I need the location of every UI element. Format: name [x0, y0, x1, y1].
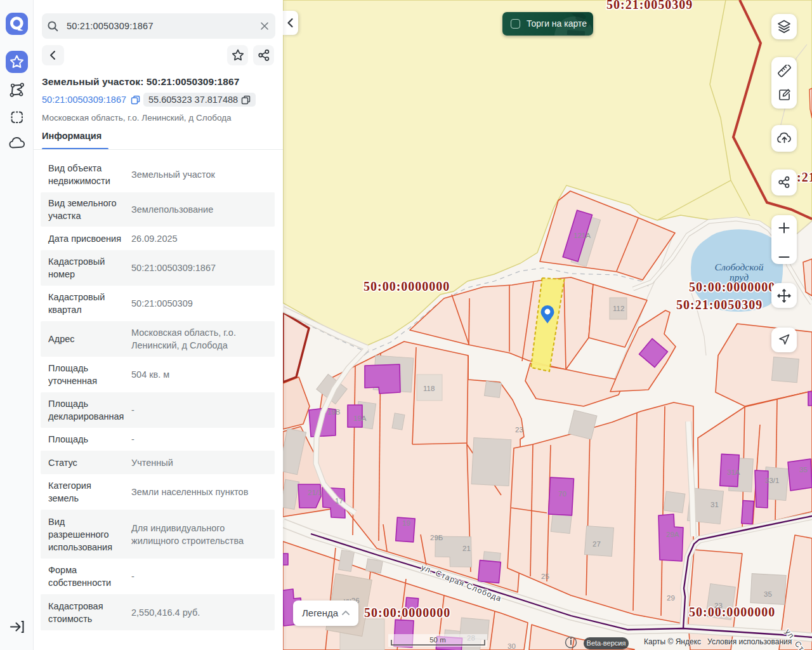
- svg-text:50:00:0000000: 50:00:0000000: [363, 279, 450, 293]
- svg-text:19B: 19B: [327, 408, 341, 416]
- svg-text:21/1: 21/1: [308, 489, 322, 496]
- svg-text:50:21:0050309: 50:21:0050309: [606, 0, 693, 11]
- svg-text:33/1: 33/1: [765, 477, 779, 484]
- svg-text:50:00:0000000: 50:00:0000000: [364, 606, 450, 620]
- svg-text:25: 25: [541, 573, 549, 580]
- svg-text::21: :21: [797, 170, 812, 184]
- svg-text:Слободской: Слободской: [715, 262, 764, 272]
- svg-text:27: 27: [593, 540, 601, 548]
- svg-text:50 m: 50 m: [429, 636, 446, 644]
- svg-text:30: 30: [508, 642, 516, 650]
- svg-text:21: 21: [462, 545, 471, 552]
- svg-text:31: 31: [710, 501, 719, 508]
- svg-text:29Б: 29Б: [430, 534, 443, 541]
- svg-text:31А: 31А: [727, 468, 740, 476]
- svg-text:112: 112: [613, 305, 624, 312]
- svg-text:70: 70: [558, 490, 566, 498]
- svg-text:23: 23: [515, 426, 523, 434]
- svg-text:50:00:0000000: 50:00:0000000: [689, 605, 775, 619]
- svg-text:35: 35: [764, 590, 772, 598]
- svg-text:17: 17: [335, 497, 343, 505]
- svg-text:50:21:0050309: 50:21:0050309: [676, 298, 763, 312]
- svg-text:19A: 19A: [353, 415, 367, 422]
- svg-text:19: 19: [402, 519, 410, 527]
- svg-text:29: 29: [667, 594, 675, 602]
- svg-text:29А: 29А: [666, 531, 679, 538]
- svg-text:121A: 121A: [573, 232, 591, 239]
- svg-text:118: 118: [423, 385, 435, 392]
- svg-text:35: 35: [799, 466, 808, 474]
- svg-text:пруд: пруд: [730, 272, 749, 282]
- svg-text:23: 23: [714, 602, 723, 609]
